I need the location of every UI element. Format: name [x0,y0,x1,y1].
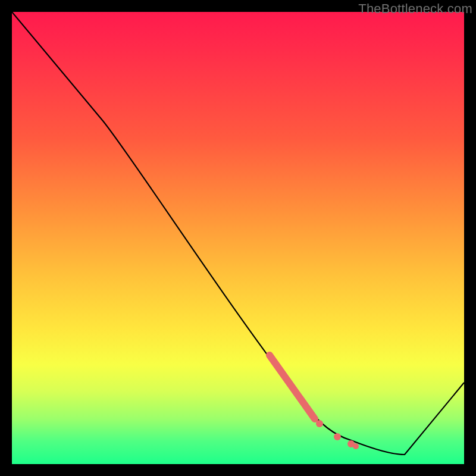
highlight-dot [353,443,359,449]
watermark-text: TheBottleneck.com [358,1,472,17]
curve-line [12,12,464,455]
plot-area [12,12,464,464]
chart-svg [12,12,464,464]
highlight-band [270,355,315,419]
highlight-dot [334,433,341,440]
chart-frame: TheBottleneck.com [0,0,476,476]
highlight-dot [316,420,323,427]
